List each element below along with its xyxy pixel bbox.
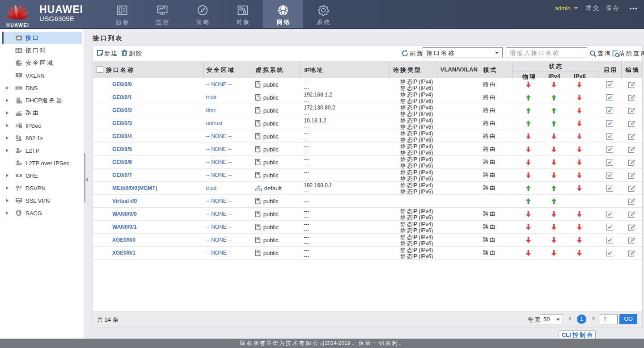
svg-text:G: G	[16, 123, 19, 128]
svg-text:IZ+I: IZ+I	[17, 87, 21, 89]
